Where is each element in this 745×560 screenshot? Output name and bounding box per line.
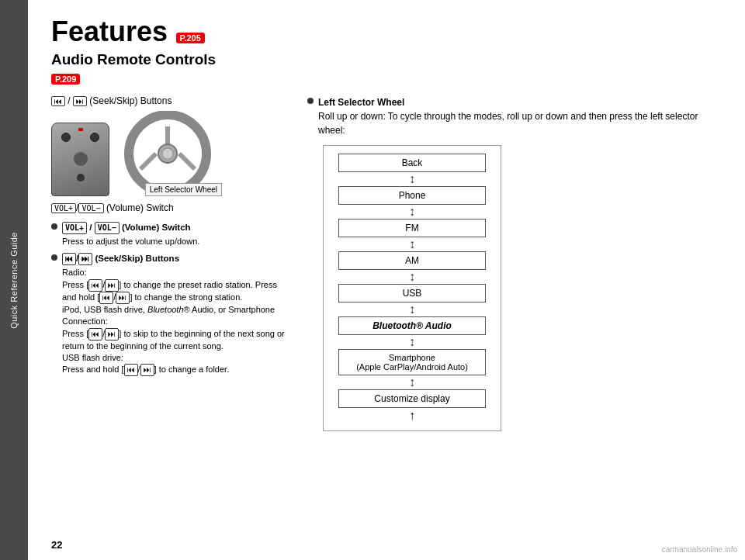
section-heading: Audio Remote Controls — [51, 51, 722, 68]
flow-arrow-2: ↕ — [409, 206, 415, 218]
title-ref: P.205 — [176, 33, 205, 43]
flow-arrow-5: ↕ — [409, 303, 415, 316]
selector-info: Left Selector Wheel Roll up or down: To … — [318, 95, 722, 137]
next-btn-icon: ⏭ — [73, 96, 87, 106]
vol-label: VOL+/VOL− (Volume) Switch — [51, 202, 292, 213]
bullet-list: VOL+ / VOL− (Volume) Switch Press to adj… — [51, 221, 292, 376]
flow-box-usb: USB — [338, 284, 486, 302]
selector-title-text: Left Selector Wheel Roll up or down: To … — [318, 95, 722, 137]
bullet-seek-content: ⏮/⏭ (Seek/Skip) Buttons Radio: Press [⏮/… — [62, 252, 292, 376]
main-content: Features P.205 Audio Remote Controls P.2… — [28, 0, 745, 560]
flow-arrow-3: ↕ — [409, 238, 415, 251]
bullet-dot-vol — [51, 223, 57, 230]
section-ref: P.209 — [51, 74, 80, 85]
svg-point-5 — [162, 148, 173, 159]
flow-arrow-4: ↕ — [409, 271, 415, 283]
svg-line-2 — [140, 154, 156, 169]
flow-arrow-bottom: ↑ — [409, 409, 415, 423]
bullet-seek-main: ⏮/⏭ (Seek/Skip) Buttons — [62, 254, 179, 263]
image-label: Left Selector Wheel — [145, 183, 222, 196]
bullet-vol: VOL+ / VOL− (Volume) Switch Press to adj… — [51, 221, 292, 247]
page-title: Features — [51, 16, 168, 47]
selector-bullet-row: Left Selector Wheel Roll up or down: To … — [307, 95, 722, 137]
vol-label-text: (Volume) Switch — [106, 202, 174, 213]
seek-label-text: (Seek/Skip) Buttons — [89, 95, 172, 106]
flow-box-am: AM — [338, 251, 486, 270]
bullet-seek-sub-radio: Radio: Press [⏮/⏭] to change the preset … — [62, 267, 292, 376]
content-columns: ⏮ / ⏭ (Seek/Skip) Buttons — [51, 95, 722, 431]
image-area: Left Selector Wheel — [51, 111, 292, 196]
flow-box-customize: Customize display — [338, 389, 486, 408]
sidebar-label: Quick Reference Guide — [9, 232, 19, 329]
prev-btn-icon: ⏮ — [51, 96, 65, 106]
sidebar: Quick Reference Guide — [0, 0, 28, 560]
bullet-vol-content: VOL+ / VOL− (Volume) Switch Press to adj… — [62, 221, 292, 247]
selector-bullet-dot — [307, 98, 314, 104]
bullet-seek: ⏮/⏭ (Seek/Skip) Buttons Radio: Press [⏮/… — [51, 252, 292, 376]
vol-minus-icon: VOL− — [78, 203, 103, 213]
flow-diagram: Back ↕ Phone ↕ FM ↕ AM ↕ USB ↕ Bluetooth… — [323, 145, 501, 431]
flow-arrow-6: ↕ — [409, 336, 415, 348]
bullet-vol-sub: Press to adjust the volume up/down. — [62, 236, 292, 247]
flow-box-back: Back — [338, 154, 486, 172]
bullet-dot-seek — [51, 254, 57, 261]
page-number: 22 — [51, 539, 62, 551]
seek-skip-label: ⏮ / ⏭ (Seek/Skip) Buttons — [51, 95, 292, 106]
left-column: ⏮ / ⏭ (Seek/Skip) Buttons — [51, 95, 292, 431]
watermark: carmanualsonline.info — [662, 545, 737, 554]
flow-box-phone: Phone — [338, 186, 486, 205]
vol-plus-icon: VOL+ — [51, 203, 76, 213]
flow-box-bluetooth: Bluetooth® Audio — [338, 316, 486, 335]
selector-desc-text: Roll up or down: To cycle through the mo… — [318, 111, 698, 136]
flow-arrow-7: ↕ — [409, 376, 415, 389]
flow-box-smartphone: Smartphone(Apple CarPlay/Android Auto) — [338, 349, 486, 375]
right-column: Left Selector Wheel Roll up or down: To … — [307, 95, 722, 431]
svg-line-3 — [179, 154, 195, 169]
flow-arrow-1: ↕ — [409, 173, 415, 185]
bullet-vol-main: VOL+ / VOL− (Volume) Switch — [62, 223, 191, 232]
flow-box-fm: FM — [338, 219, 486, 237]
